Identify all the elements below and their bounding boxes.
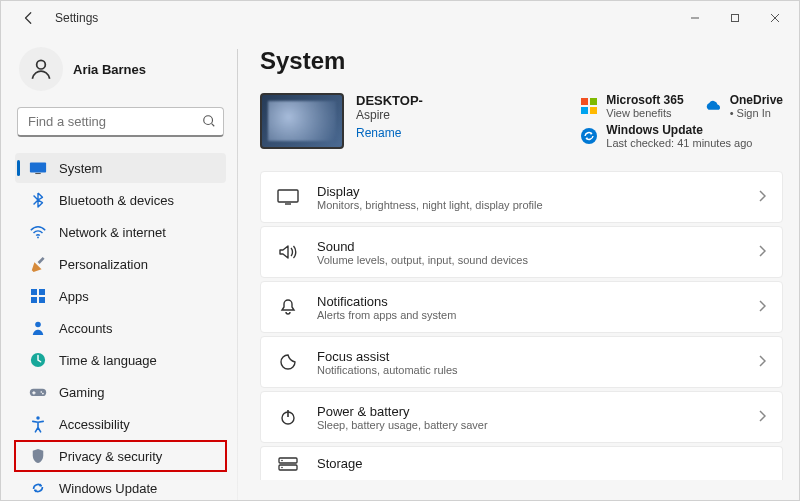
promo-block: Microsoft 365View benefits OneDrive• Sig…: [580, 93, 783, 149]
svg-point-5: [37, 237, 39, 239]
sidebar-item-label: Apps: [59, 289, 89, 304]
accessibility-icon: [29, 415, 47, 433]
sidebar-item-label: Accounts: [59, 321, 112, 336]
user-block[interactable]: Aria Barnes: [19, 47, 226, 91]
sidebar-item-personalization[interactable]: Personalization: [15, 249, 226, 279]
sidebar-item-label: Windows Update: [59, 481, 157, 496]
sidebar-item-apps[interactable]: Apps: [15, 281, 226, 311]
promo-wu-sub: Last checked: 41 minutes ago: [606, 137, 752, 149]
card-title: Power & battery: [317, 404, 758, 419]
rename-link[interactable]: Rename: [356, 126, 423, 140]
onedrive-icon: [704, 97, 722, 115]
search-wrap: [17, 107, 224, 137]
pc-model: Aspire: [356, 108, 423, 122]
maximize-button[interactable]: [715, 5, 755, 31]
chevron-right-icon: [758, 298, 766, 316]
card-notifications[interactable]: NotificationsAlerts from apps and system: [260, 281, 783, 333]
svg-point-16: [36, 416, 40, 420]
close-button[interactable]: [755, 5, 795, 31]
svg-rect-20: [590, 107, 597, 114]
titlebar: Settings: [1, 1, 799, 35]
sidebar-item-gaming[interactable]: Gaming: [15, 377, 226, 407]
system-icon: [29, 159, 47, 177]
card-subtitle: Volume levels, output, input, sound devi…: [317, 254, 758, 266]
promo-m365[interactable]: Microsoft 365View benefits: [580, 93, 683, 119]
card-title: Notifications: [317, 294, 758, 309]
card-subtitle: Sleep, battery usage, battery saver: [317, 419, 758, 431]
sidebar-item-privacy[interactable]: Privacy & security: [15, 441, 226, 471]
card-power[interactable]: Power & batterySleep, battery usage, bat…: [260, 391, 783, 443]
minimize-button[interactable]: [675, 5, 715, 31]
sidebar-item-label: Accessibility: [59, 417, 130, 432]
card-sound[interactable]: SoundVolume levels, output, input, sound…: [260, 226, 783, 278]
card-subtitle: Notifications, automatic rules: [317, 364, 758, 376]
settings-window: Settings Aria Barnes SystemBluetooth & d…: [0, 0, 800, 501]
card-focus[interactable]: Focus assistNotifications, automatic rul…: [260, 336, 783, 388]
svg-rect-0: [732, 15, 739, 22]
back-button[interactable]: [19, 8, 39, 28]
card-subtitle: Alerts from apps and system: [317, 309, 758, 321]
sidebar-item-label: System: [59, 161, 102, 176]
sidebar-item-network[interactable]: Network & internet: [15, 217, 226, 247]
svg-point-15: [42, 393, 44, 395]
sidebar-item-label: Privacy & security: [59, 449, 162, 464]
promo-onedrive[interactable]: OneDrive• Sign In: [704, 93, 783, 119]
sidebar-item-accounts[interactable]: Accounts: [15, 313, 226, 343]
pc-thumbnail: [260, 93, 344, 149]
svg-rect-9: [31, 297, 37, 303]
svg-point-21: [581, 128, 597, 144]
sidebar-item-system[interactable]: System: [15, 153, 226, 183]
svg-point-11: [35, 322, 41, 328]
pc-block: DESKTOP- Aspire Rename: [260, 93, 540, 149]
sidebar-item-label: Personalization: [59, 257, 148, 272]
card-display[interactable]: DisplayMonitors, brightness, night light…: [260, 171, 783, 223]
top-band: DESKTOP- Aspire Rename Microsoft 365View…: [260, 93, 783, 149]
sidebar-item-time[interactable]: Time & language: [15, 345, 226, 375]
svg-point-27: [281, 466, 283, 468]
card-title: Sound: [317, 239, 758, 254]
notifications-icon: [277, 296, 299, 318]
sound-icon: [277, 241, 299, 263]
chevron-right-icon: [758, 408, 766, 426]
nav: SystemBluetooth & devicesNetwork & inter…: [15, 153, 226, 501]
sidebar-item-update[interactable]: Windows Update: [15, 473, 226, 501]
user-name: Aria Barnes: [73, 62, 146, 77]
update-icon: [29, 479, 47, 497]
network-icon: [29, 223, 47, 241]
settings-cards: DisplayMonitors, brightness, night light…: [260, 171, 783, 480]
svg-rect-18: [590, 98, 597, 105]
gaming-icon: [29, 383, 47, 401]
promo-m365-title: Microsoft 365: [606, 93, 683, 107]
card-title: Storage: [317, 456, 766, 471]
sidebar-item-accessibility[interactable]: Accessibility: [15, 409, 226, 439]
microsoft-365-icon: [580, 97, 598, 115]
svg-rect-19: [581, 107, 588, 114]
chevron-right-icon: [758, 353, 766, 371]
svg-rect-22: [278, 190, 298, 202]
search-input[interactable]: [17, 107, 224, 137]
sidebar: Aria Barnes SystemBluetooth & devicesNet…: [1, 35, 236, 500]
sidebar-item-label: Gaming: [59, 385, 105, 400]
card-title: Focus assist: [317, 349, 758, 364]
privacy-icon: [29, 447, 47, 465]
promo-m365-sub: View benefits: [606, 107, 683, 119]
bluetooth-icon: [29, 191, 47, 209]
apps-icon: [29, 287, 47, 305]
svg-point-14: [40, 391, 42, 393]
main-content: System DESKTOP- Aspire Rename Mi: [236, 35, 799, 500]
promo-windows-update[interactable]: Windows UpdateLast checked: 41 minutes a…: [580, 123, 783, 149]
svg-rect-8: [39, 289, 45, 295]
promo-onedrive-sub[interactable]: • Sign In: [730, 107, 783, 119]
display-icon: [277, 186, 299, 208]
svg-rect-17: [581, 98, 588, 105]
sidebar-item-label: Time & language: [59, 353, 157, 368]
card-storage[interactable]: Storage: [260, 446, 783, 480]
card-subtitle: Monitors, brightness, night light, displ…: [317, 199, 758, 211]
window-controls: [675, 5, 795, 31]
sidebar-item-bluetooth[interactable]: Bluetooth & devices: [15, 185, 226, 215]
chevron-right-icon: [758, 243, 766, 261]
page-title: System: [260, 47, 783, 75]
svg-rect-4: [35, 173, 40, 174]
power-icon: [277, 406, 299, 428]
time-icon: [29, 351, 47, 369]
